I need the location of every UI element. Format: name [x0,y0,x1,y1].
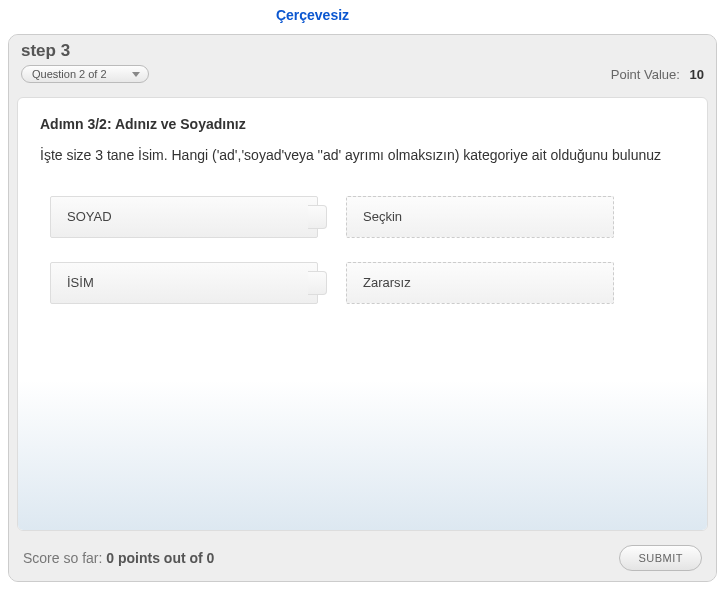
quiz-panel: step 3 Question 2 of 2 Point Value: 10 A… [8,34,717,582]
slot-label: SOYAD [67,209,112,224]
score-value: 0 points out of 0 [106,550,214,566]
panel-header: step 3 Question 2 of 2 Point Value: 10 [9,35,716,89]
question-card: Adımn 3/2: Adınız ve Soyadınız İşte size… [17,97,708,531]
content-wrap: Adımn 3/2: Adınız ve Soyadınız İşte size… [9,89,716,535]
match-slot-isim[interactable]: İSİM [50,262,318,304]
question-title: Adımn 3/2: Adınız ve Soyadınız [40,116,685,132]
panel-footer: Score so far: 0 points out of 0 SUBMIT [9,535,716,581]
slot-label: İSİM [67,275,94,290]
match-tile-zararsiz[interactable]: Zararsız [346,262,614,304]
tile-label: Zararsız [363,275,411,290]
question-text: İşte size 3 tane İsim. Hangi ('ad','soya… [40,146,685,166]
point-value-number: 10 [690,67,704,82]
score-text: Score so far: 0 points out of 0 [23,550,214,566]
point-value: Point Value: 10 [611,67,704,82]
point-value-label: Point Value: [611,67,680,82]
match-tile-seckin[interactable]: Seçkin [346,196,614,238]
step-title: step 3 [21,41,704,61]
chevron-down-icon [132,72,140,77]
question-selector-label: Question 2 of 2 [32,68,107,80]
question-selector[interactable]: Question 2 of 2 [21,65,149,83]
match-row: SOYAD Seçkin [50,196,675,238]
tile-label: Seçkin [363,209,402,224]
frameless-link-wrap: Çerçevesiz [0,0,725,28]
submit-button[interactable]: SUBMIT [619,545,702,571]
match-slot-soyad[interactable]: SOYAD [50,196,318,238]
match-row: İSİM Zararsız [50,262,675,304]
match-area: SOYAD Seçkin İSİM Zararsız [40,196,685,304]
score-label: Score so far: [23,550,102,566]
header-row: Question 2 of 2 Point Value: 10 [21,65,704,83]
frameless-link[interactable]: Çerçevesiz [276,7,349,23]
